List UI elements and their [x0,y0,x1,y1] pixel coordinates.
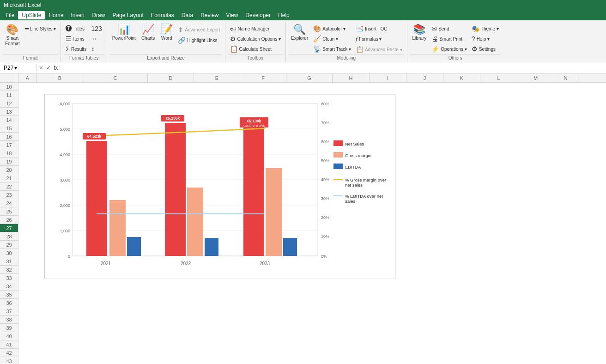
col-header-h[interactable]: H [333,73,370,82]
row-12[interactable]: 12 [0,99,18,108]
menu-formulas[interactable]: Formulas [147,11,178,19]
row-31[interactable]: 31 [0,257,18,266]
menu-view[interactable]: View [223,11,242,19]
titles-button[interactable]: 🅣 Titles [64,24,88,33]
menu-developer[interactable]: Developer [242,11,274,19]
operations-button[interactable]: ⚡ Operations ▾ [430,44,469,54]
highlight-links-button[interactable]: 🔗 Highlight Links [176,36,222,45]
cancel-formula-button[interactable]: ✕ [39,65,43,71]
col-header-l[interactable]: L [480,73,517,82]
bar-2023-ebitda[interactable] [283,238,297,256]
bar-2021-gross-margin[interactable] [109,200,126,256]
bar-2021-ebitda[interactable] [127,237,141,256]
row-30[interactable]: 30 [0,249,18,257]
clean-button[interactable]: 🧹 Clean ▾ [311,34,353,43]
row-16[interactable]: 16 [0,133,18,141]
col-header-m[interactable]: M [517,73,554,82]
cells-area[interactable]: 6,000 5,000 4,000 3,000 2,000 1,000 0 80… [18,83,606,364]
charts-button[interactable]: 📈 Charts [139,23,157,42]
col-header-b[interactable]: B [37,73,83,82]
advanced-export-button[interactable]: ⬆ Advanced Export [176,25,222,34]
col-header-d[interactable]: D [148,73,194,82]
results-button[interactable]: Σ Results [64,44,88,54]
bar-2022-ebitda[interactable] [205,238,218,256]
menu-draw[interactable]: Draw [88,11,109,19]
menu-file[interactable]: File [2,11,18,19]
dropdown-icon[interactable]: ▾ [14,65,17,71]
confirm-formula-button[interactable]: ✓ [46,65,51,71]
explorer-button[interactable]: 🔍 Explorer [289,23,310,42]
bar-2023-net-sales[interactable] [243,127,264,256]
row-24[interactable]: 24 [0,199,18,207]
theme-button[interactable]: 🎭 Theme ▾ [470,24,501,33]
line-styles-button[interactable]: ━ Line Styles ▾ [23,24,58,33]
row-13[interactable]: 13 [0,108,18,116]
expand-button[interactable]: 123 [89,24,103,33]
col-header-g[interactable]: G [286,73,333,82]
help-button[interactable]: ? Help ▾ [470,34,501,43]
row-10[interactable]: 10 [0,83,18,91]
row-28[interactable]: 28 [0,232,18,241]
row-15[interactable]: 15 [0,124,18,133]
menu-insert[interactable]: Insert [67,11,88,19]
bar-2022-net-sales[interactable] [165,123,186,256]
row-20[interactable]: 20 [0,166,18,174]
col-header-j[interactable]: J [406,73,443,82]
row-32[interactable]: 32 [0,266,18,274]
corner-cell[interactable] [0,73,18,82]
col-header-k[interactable]: K [443,73,480,82]
row-43[interactable]: 43 [0,357,18,364]
insert-toc-button[interactable]: 📑 Insert TOC [354,24,404,33]
cell-ref-box[interactable]: P27 ▾ [0,65,37,71]
name-manager-button[interactable]: 🏷 Name Manager [228,24,283,33]
row-33[interactable]: 33 [0,274,18,282]
row-35[interactable]: 35 [0,291,18,299]
bar-2023-gross-margin[interactable] [266,168,282,256]
row-22[interactable]: 22 [0,182,18,191]
powerpoint-button[interactable]: 📊 PowerPoint [110,23,138,42]
menu-home[interactable]: Home [45,11,67,19]
menu-review[interactable]: Review [197,11,222,19]
row-41[interactable]: 41 [0,340,18,349]
row-14[interactable]: 14 [0,116,18,124]
chart-container[interactable]: 6,000 5,000 4,000 3,000 2,000 1,000 0 80… [44,94,395,279]
items-button[interactable]: ☰ Items [64,34,88,43]
row-27[interactable]: 27 [0,224,18,232]
autocolor-button[interactable]: 🎨 Autocolor ▾ [311,24,353,33]
resize-vert-button[interactable]: ↕ [89,44,103,54]
word-button[interactable]: 📝 Word [158,23,175,42]
col-header-f[interactable]: F [240,73,286,82]
function-button[interactable]: fx [54,65,58,71]
bar-2021-net-sales[interactable] [86,141,107,256]
col-header-i[interactable]: I [370,73,406,82]
row-21[interactable]: 21 [0,174,18,182]
row-25[interactable]: 25 [0,207,18,216]
row-37[interactable]: 37 [0,307,18,315]
send-button[interactable]: ✉ Send [430,24,469,33]
col-header-c[interactable]: C [83,73,148,82]
row-40[interactable]: 40 [0,332,18,340]
calculate-sheet-button[interactable]: 📋 Calculate Sheet [228,44,283,54]
row-38[interactable]: 38 [0,315,18,324]
col-header-n[interactable]: N [554,73,577,82]
row-18[interactable]: 18 [0,149,18,158]
row-11[interactable]: 11 [0,91,18,99]
row-19[interactable]: 19 [0,158,18,166]
resize-horiz-button[interactable]: ↔ [89,34,103,43]
row-23[interactable]: 23 [0,191,18,199]
menu-data[interactable]: Data [178,11,197,19]
row-17[interactable]: 17 [0,141,18,149]
row-34[interactable]: 34 [0,282,18,291]
col-header-e[interactable]: E [194,73,240,82]
col-header-a[interactable]: A [18,73,37,82]
advanced-paste-button[interactable]: 📋 Advanced Paste ▾ [354,45,404,54]
row-29[interactable]: 29 [0,241,18,249]
row-39[interactable]: 39 [0,324,18,332]
menu-upslide[interactable]: UpSlide [18,11,45,19]
row-42[interactable]: 42 [0,349,18,357]
calculation-options-button[interactable]: ⚙ Calculation Options ▾ [228,34,283,43]
formulas-button[interactable]: 𝑓 Formulas ▾ [354,34,404,44]
smart-track-button[interactable]: 📡 Smart Track ▾ [311,44,353,54]
settings-button[interactable]: ⚙ Settings [470,44,501,54]
menu-help[interactable]: Help [274,11,293,19]
